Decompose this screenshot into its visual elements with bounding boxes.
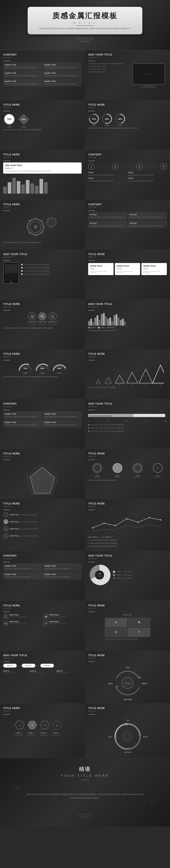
s4r-subtitle: 内容标题 xyxy=(88,206,167,209)
gear-small-icon xyxy=(30,314,35,319)
briefcase-icon xyxy=(4,615,7,618)
svg-line-27 xyxy=(41,220,42,221)
c4r-card-4: ★ TITLE Lorem ipsum dolor sit amet conse… xyxy=(128,221,167,228)
ruler-svg: ||||||||||||||||||||||||||||||||||||||||… xyxy=(88,412,165,419)
svg-text:75%: 75% xyxy=(22,118,26,121)
s3l-bar-chart xyxy=(3,176,82,194)
s7l-text: Lorem ipsum dolor sit amet consectetur a… xyxy=(3,376,82,378)
flow-icon-3: ◈ xyxy=(3,526,9,532)
line-legend: SERIES 1 SERIES 2 xyxy=(88,536,167,538)
search-small-icon xyxy=(40,314,45,319)
s9l-star-area xyxy=(3,461,82,496)
s5l-content: IMAGE Lorem ipsum dolor sit amet consect… xyxy=(3,262,82,284)
ring-45: 45% xyxy=(115,113,126,124)
slide-row-7: TITLE HERE 标题文字 70% LABEL 80% LABEL xyxy=(0,349,170,399)
svg-text:80%: 80% xyxy=(40,367,44,370)
circular-arrows-svg: CYCLE TOP BOTTOM LEFT RIGHT xyxy=(105,664,150,700)
slide-row-4: TITLE HERE 标题文字 xyxy=(0,200,170,250)
triangle-chart: 1 2 3 4 5 6 xyxy=(91,363,164,385)
svg-marker-115 xyxy=(4,622,7,624)
circle-ring-a: A xyxy=(92,462,103,474)
circle-item-1: A LABEL Lorem ipsum xyxy=(92,462,103,478)
svg-text:Lorem ipsum: Lorem ipsum xyxy=(40,735,48,736)
slide-row-6: TITLE HERE 标题文字 STEP TITLE Lorem ipsum xyxy=(0,300,170,349)
s12r-swot: SWOT 分析 S W O T Lorem ipsum dolor sit am… xyxy=(88,614,167,640)
svg-text:TOP: TOP xyxy=(126,666,129,669)
arc-70: 70% LABEL xyxy=(18,362,33,374)
chart-icon xyxy=(44,615,47,618)
proc-row: BOX 01 → BOX 02 → BOX 03 xyxy=(3,664,82,669)
s10l-flow: ↻ STEP TITLE Lorem ipsum dolor sit amet … xyxy=(3,512,82,539)
r8-list-1: Lorem ipsum dolor sit amet consectetur a… xyxy=(88,424,167,426)
tablet-icon: IMAGE xyxy=(3,262,19,284)
s8r-ruler: ||||||||||||||||||||||||||||||||||||||||… xyxy=(88,412,167,422)
num-4: 4 xyxy=(161,163,167,170)
s3l-subtitle: 标题文字 xyxy=(3,156,82,159)
line-chart-svg xyxy=(88,512,163,535)
stat-75: 75% LABEL xyxy=(88,113,99,126)
svg-text:75%: 75% xyxy=(92,118,96,120)
proc-label-3: STEP 03 Lorem ipsum dolor sit xyxy=(56,670,82,673)
svg-line-28 xyxy=(29,232,30,234)
s7l-title: TITLE HERE xyxy=(3,352,82,355)
stat-55: 55% LABEL xyxy=(101,113,113,126)
svg-text:★: ★ xyxy=(5,521,7,523)
ig-icon-1 xyxy=(3,614,8,619)
svg-text:文案: 文案 xyxy=(98,573,101,575)
s1r-title: ADD YOUR TITLE xyxy=(88,53,167,56)
slide-s11-left: CONTENT 内容标题 CHART TYPE Lorem ipsum dolo… xyxy=(0,551,85,601)
card-6: CHART TYPE Lorem ipsum dolor sit amet co… xyxy=(43,79,82,86)
r8-list-2: Lorem ipsum dolor sit amet consectetur a… xyxy=(88,427,167,429)
conclusion-title: 结语 xyxy=(7,766,163,773)
s14l-subtitle: 标题文字 xyxy=(3,710,82,712)
s3r-subtitle: 内容标题 xyxy=(88,156,167,159)
slide-s1-left: CONTENT 内容标题 CHART TYPE Lorem ipsum dolo… xyxy=(0,50,85,100)
s9l-subtitle: 标题文字 xyxy=(3,455,82,458)
s4r-title: CONTENT xyxy=(88,203,167,206)
svg-text:BOTTOM: BOTTOM xyxy=(124,699,131,700)
main-title: 质感金属汇报模板 xyxy=(39,11,131,21)
s7r-triangles: 1 2 3 4 5 6 xyxy=(88,363,167,385)
slide-row-12: TITLE HERE 标题文字 ICON TITLE Lorem ipsum d… xyxy=(0,601,170,651)
slide-s7-right: TITLE HERE 标题文字 1 2 3 4 5 xyxy=(85,349,170,399)
proc-label-1: STEP 01 Lorem ipsum dolor sit xyxy=(3,670,29,673)
circle-item-4: D LABEL Lorem ipsum xyxy=(152,462,163,478)
title-footer: 独立设计师工作室 PPT模板店 xyxy=(77,37,93,43)
s11r-pie-area: 文案 TITLE LABEL 1 - Lorem ipsum LABEL 2 -… xyxy=(88,564,167,586)
svg-point-108 xyxy=(95,570,104,580)
proc-labels: STEP 01 Lorem ipsum dolor sit STEP 02 Lo… xyxy=(3,670,82,673)
slide-s14-right: TITLE HERE 标题文字 xyxy=(85,704,170,758)
diamond-shape-1: 75% xyxy=(17,113,30,126)
s14r-subtitle: 标题文字 xyxy=(88,710,167,712)
slide-s4-left: TITLE HERE 标题文字 xyxy=(0,200,85,249)
step-2: STEP TITLE Lorem ipsum xyxy=(38,312,47,325)
title-box: 质感金属汇报模板 M E T A L Lorem ipsum dolor sit… xyxy=(28,7,142,34)
c4r-card-3: ★ TITLE Lorem ipsum dolor sit amet conse… xyxy=(88,221,127,228)
card-2: CHART TYPE Lorem ipsum dolor sit amet co… xyxy=(43,63,82,70)
svg-text:TITLE: TITLE xyxy=(98,576,101,577)
circular-diagram-svg: TOP RIGHT BOTTOM LEFT xyxy=(105,716,150,755)
slide-row-11: CONTENT 内容标题 CHART TYPE Lorem ipsum dolo… xyxy=(0,551,170,601)
s11-c4: CHART TYPE Lorem ipsum dolor sit amet co… xyxy=(43,572,82,579)
s8l-c2: CHART TYPE Lorem ipsum dolor sit amet co… xyxy=(43,411,82,419)
proc-box-3: BOX 03 xyxy=(40,664,54,668)
s10l-subtitle: 标题文字 xyxy=(3,505,82,508)
svg-marker-59 xyxy=(126,372,138,383)
circle-ring-d: D xyxy=(152,462,163,474)
s5r-cards: GRAB TITLE 副标题 Lorem ipsum dolor sit ame… xyxy=(88,262,167,276)
s11-c1: CHART TYPE Lorem ipsum dolor sit amet co… xyxy=(3,564,42,571)
conclusion-header: 结语 YOUR TITLE HERE xyxy=(7,766,163,782)
s11l-title: CONTENT xyxy=(3,554,82,557)
conclusion-quote: " Lorem ipsum dolor sit amet, consectetu… xyxy=(15,786,155,807)
s8l-subtitle: 内容标题 xyxy=(3,405,82,408)
slide-row-1: CONTENT 内容标题 CHART TYPE Lorem ipsum dolo… xyxy=(0,50,170,100)
s4l-gears xyxy=(3,213,82,241)
svg-text:CYCLE: CYCLE xyxy=(124,682,131,684)
svg-line-48 xyxy=(43,317,44,318)
svg-text:55%: 55% xyxy=(105,118,109,120)
s11-c3: CHART TYPE Lorem ipsum dolor sit amet co… xyxy=(3,572,42,579)
s7r-subtitle: 标题文字 xyxy=(88,355,167,358)
s6r-bar-area: ITEM 1 ITEM 2 ITEM 3 xyxy=(88,312,167,328)
svg-marker-57 xyxy=(115,375,124,383)
card-4: CHART TYPE Lorem ipsum dolor sit amet co… xyxy=(43,71,82,78)
